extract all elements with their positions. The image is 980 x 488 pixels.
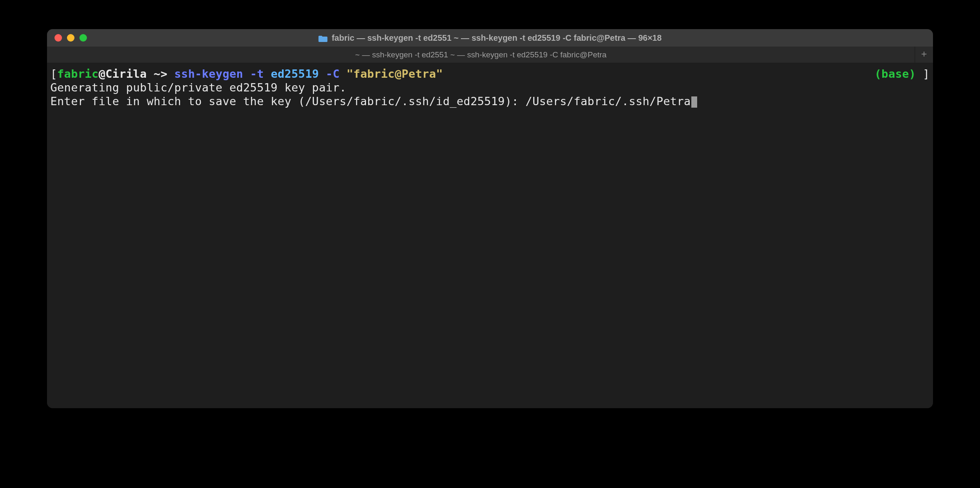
output-generating: Generating public/private ed25519 key pa… [50, 81, 346, 94]
command-flag-t: -t [250, 67, 264, 80]
command-flag-c: -C [326, 67, 339, 80]
prompt-line: [fabric@Cirila ~> ssh-keygen -t ed25519 … [50, 67, 930, 81]
prompt-user: fabric [57, 67, 99, 80]
prompt-path: ~ [147, 67, 161, 80]
output-enter-file-prompt: Enter file in which to save the key (/Us… [50, 95, 525, 108]
plus-icon: + [921, 49, 927, 60]
window-title: fabric — ssh-keygen -t ed2551 ~ — ssh-ke… [318, 33, 661, 43]
minimize-window-button[interactable] [67, 34, 74, 42]
title-bar[interactable]: fabric — ssh-keygen -t ed2551 ~ — ssh-ke… [47, 29, 933, 47]
command-arg-comment: "fabric@Petra" [346, 67, 443, 80]
command-name: ssh-keygen [174, 67, 243, 80]
tab-active[interactable]: ~ — ssh-keygen -t ed2551 ~ — ssh-keygen … [47, 47, 915, 63]
folder-icon [318, 35, 327, 42]
conda-env-indicator: (base) [875, 67, 916, 80]
terminal-content[interactable]: [fabric@Cirila ~> ssh-keygen -t ed25519 … [47, 63, 933, 408]
close-window-button[interactable] [54, 34, 62, 42]
new-tab-button[interactable]: + [915, 47, 933, 63]
prompt-arrow: > [161, 67, 168, 80]
tab-label: ~ — ssh-keygen -t ed2551 ~ — ssh-keygen … [355, 50, 606, 59]
cursor [691, 96, 697, 108]
terminal-window: fabric — ssh-keygen -t ed2551 ~ — ssh-ke… [47, 29, 933, 408]
prompt-at: @ [99, 67, 106, 80]
prompt-close-bracket: ] [923, 67, 930, 80]
user-input-filepath: /Users/fabric/.ssh/Petra [525, 95, 690, 108]
prompt-open-bracket: [ [50, 67, 57, 80]
command-arg-type: ed25519 [271, 67, 319, 80]
tab-bar: ~ — ssh-keygen -t ed2551 ~ — ssh-keygen … [47, 47, 933, 63]
traffic-lights [54, 34, 87, 42]
maximize-window-button[interactable] [79, 34, 87, 42]
window-title-text: fabric — ssh-keygen -t ed2551 ~ — ssh-ke… [332, 33, 661, 43]
prompt-host: Cirila [105, 67, 146, 80]
